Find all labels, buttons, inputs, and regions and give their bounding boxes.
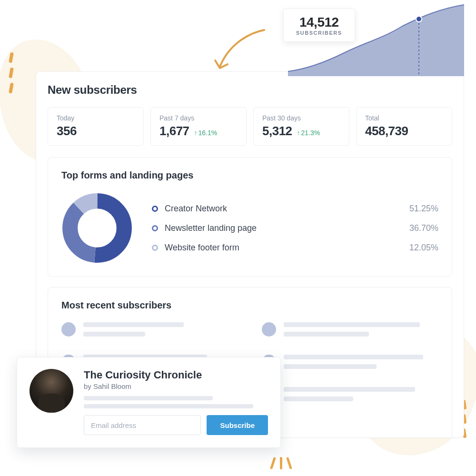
- tooltip-value: 14,512: [296, 15, 342, 30]
- form-row[interactable]: Website footer form 12.05%: [152, 238, 438, 258]
- stat-card-7days[interactable]: Past 7 days 1,677 ↑16.1%: [150, 107, 247, 146]
- skeleton-line: [284, 387, 415, 392]
- stat-card-30days[interactable]: Past 30 days 5,312 ↑21.3%: [253, 107, 349, 146]
- stat-label: Today: [57, 114, 135, 122]
- legend-marker-icon: [152, 225, 158, 231]
- forms-list: Creator Network 51.25% Newsletter landin…: [152, 199, 438, 258]
- donut-chart: [61, 192, 133, 264]
- form-row[interactable]: Creator Network 51.25%: [152, 199, 438, 218]
- form-name: Website footer form: [165, 243, 239, 253]
- stat-card-total[interactable]: Total 458,739: [356, 107, 452, 146]
- avatar: [30, 369, 73, 413]
- email-field[interactable]: [84, 415, 201, 435]
- avatar: [61, 322, 76, 337]
- dashboard-title: New subscribers: [48, 83, 452, 97]
- stat-value: 1,677: [159, 124, 189, 139]
- tooltip-label: SUBSCRIBERS: [296, 30, 342, 36]
- signup-card: The Curiosity Chronicle by Sahil Bloom S…: [17, 357, 281, 448]
- form-name: Creator Network: [165, 204, 227, 214]
- legend-marker-icon: [152, 245, 158, 251]
- stat-label: Past 7 days: [159, 114, 238, 122]
- skeleton-line: [84, 396, 213, 400]
- section-title: Most recent subscribers: [61, 300, 438, 311]
- form-name: Newsletter landing page: [165, 223, 257, 233]
- decorative-sparkle: [269, 457, 293, 471]
- curved-arrow-icon: [209, 26, 271, 79]
- stat-delta: ↑21.3%: [297, 129, 320, 137]
- top-forms-section: Top forms and landing pages Creator Netw…: [48, 157, 452, 277]
- skeleton-line: [83, 332, 145, 337]
- form-percent: 36.70%: [409, 223, 438, 233]
- section-title: Top forms and landing pages: [61, 170, 438, 181]
- list-item[interactable]: [262, 355, 438, 374]
- stat-value: 356: [57, 124, 77, 139]
- skeleton-line: [84, 404, 253, 408]
- skeleton-line: [284, 355, 423, 359]
- signup-byline: by Sahil Bloom: [84, 382, 268, 390]
- signup-title: The Curiosity Chronicle: [84, 369, 268, 381]
- form-percent: 12.05%: [409, 243, 438, 253]
- list-item[interactable]: [262, 322, 438, 341]
- list-item[interactable]: [61, 322, 238, 341]
- stat-delta: ↑16.1%: [194, 129, 218, 137]
- arrow-up-icon: ↑: [297, 129, 300, 137]
- form-row[interactable]: Newsletter landing page 36.70%: [152, 218, 438, 238]
- skeleton-line: [284, 397, 353, 401]
- stat-card-today[interactable]: Today 356: [48, 107, 144, 146]
- legend-marker-icon: [152, 206, 158, 212]
- form-percent: 51.25%: [409, 204, 438, 214]
- svg-point-2: [416, 16, 422, 22]
- avatar: [262, 322, 276, 337]
- skeleton-line: [284, 364, 377, 369]
- decorative-dashes: [10, 48, 18, 105]
- skeleton-line: [284, 332, 369, 337]
- svg-point-6: [80, 211, 114, 245]
- subscribe-button[interactable]: Subscribe: [207, 415, 268, 435]
- stat-label: Past 30 days: [262, 114, 340, 122]
- arrow-up-icon: ↑: [194, 129, 198, 137]
- list-item[interactable]: [262, 387, 438, 406]
- stats-row: Today 356 Past 7 days 1,677 ↑16.1% Past …: [48, 107, 452, 146]
- stat-label: Total: [365, 114, 443, 122]
- stat-value: 458,739: [365, 124, 408, 139]
- skeleton-line: [83, 322, 184, 327]
- skeleton-line: [284, 322, 420, 327]
- chart-tooltip: 14,512 SUBSCRIBERS: [283, 9, 355, 42]
- stat-value: 5,312: [262, 124, 292, 139]
- subscribers-growth-chart: 14,512 SUBSCRIBERS: [274, 0, 464, 76]
